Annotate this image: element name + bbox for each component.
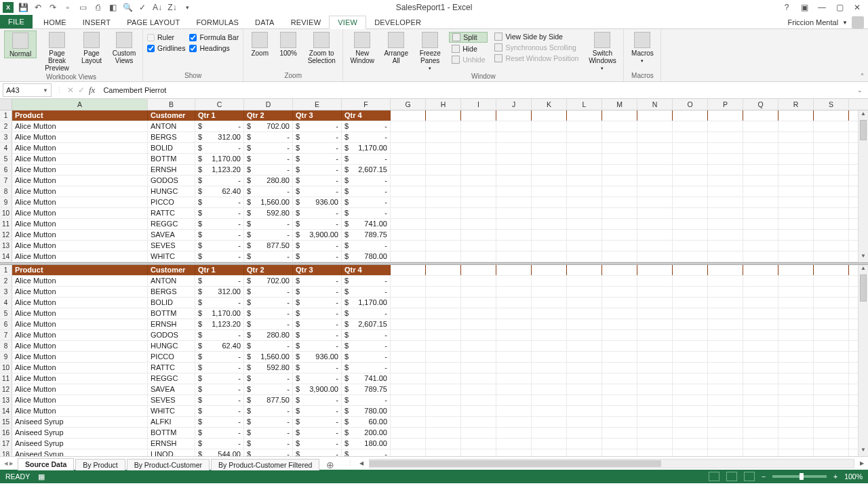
table-row[interactable]: 13Alice MuttonSEVES$-$877.50$-$- <box>0 241 868 251</box>
zoom-button[interactable]: Zoom <box>248 30 272 57</box>
open-icon[interactable]: ▭ <box>77 2 88 13</box>
zoom-100-button[interactable]: 100% <box>276 30 300 57</box>
horizontal-scrollbar[interactable] <box>369 459 854 468</box>
gridlines-checkbox[interactable]: Gridlines <box>147 44 185 52</box>
save-icon[interactable]: 💾 <box>18 2 28 13</box>
table-row[interactable]: 7Alice MuttonGODOS$-$280.80$-$- <box>0 176 868 186</box>
table-row[interactable]: 2Alice MuttonANTON$-$702.00$-$- <box>0 121 868 132</box>
table-row[interactable]: 14Alice MuttonWHITC$-$-$-$780.00 <box>0 251 868 262</box>
tab-formulas[interactable]: FORMULAS <box>188 16 247 28</box>
new-icon[interactable]: ▫ <box>62 2 73 13</box>
column-header-O[interactable]: O <box>673 99 708 110</box>
tab-data[interactable]: DATA <box>247 16 283 28</box>
row-header[interactable]: 3 <box>0 132 12 142</box>
tab-developer[interactable]: DEVELOPER <box>366 16 429 28</box>
table-row[interactable]: 2Alice MuttonANTON$-$702.00$-$- <box>0 276 868 287</box>
tab-file[interactable]: FILE <box>0 15 33 28</box>
table-row[interactable]: 15Aniseed SyrupALFKI$-$-$-$60.00 <box>0 417 868 428</box>
column-header-L[interactable]: L <box>567 99 602 110</box>
sheet-nav[interactable]: ◂▸ <box>0 459 18 468</box>
column-header-G[interactable]: G <box>391 99 426 110</box>
row-header[interactable]: 9 <box>0 197 12 207</box>
table-row[interactable]: 18Aniseed SyrupLINOD$544.00$-$-$- <box>0 449 868 456</box>
view-side-by-side-button[interactable]: View Side by Side <box>492 32 581 41</box>
row-header[interactable]: 12 <box>0 384 12 394</box>
sheet-tab-by-product-customer[interactable]: By Product-Customer <box>127 459 210 470</box>
ruler-checkbox[interactable]: Ruler <box>147 33 185 41</box>
row-header[interactable]: 13 <box>0 241 12 251</box>
table-row[interactable]: 11Alice MuttonREGGC$-$-$-$741.00 <box>0 219 868 230</box>
table-row[interactable]: 17Aniseed SyrupERNSH$-$-$-$180.00 <box>0 439 868 449</box>
sort-desc-icon[interactable]: Z↓ <box>167 2 178 13</box>
column-header-A[interactable]: A <box>12 99 148 110</box>
tab-view[interactable]: VIEW <box>329 16 366 29</box>
maximize-icon[interactable]: ▢ <box>834 3 845 12</box>
row-header[interactable]: 12 <box>0 230 12 240</box>
minimize-icon[interactable]: — <box>816 3 827 12</box>
row-header[interactable]: 4 <box>0 143 12 153</box>
help-icon[interactable]: ? <box>781 3 792 12</box>
column-header-R[interactable]: R <box>778 99 814 110</box>
collapse-ribbon-icon[interactable]: ˄ <box>861 73 864 80</box>
page-layout-button[interactable]: Page Layout <box>77 30 106 64</box>
row-header[interactable]: 14 <box>0 406 12 416</box>
zoom-slider[interactable] <box>772 475 827 478</box>
row-header[interactable]: 10 <box>0 208 12 218</box>
scroll-up-icon[interactable]: ▲ <box>859 265 868 274</box>
column-header-M[interactable]: M <box>602 99 637 110</box>
row-header[interactable]: 1 <box>0 265 12 275</box>
table-row[interactable]: 9Alice MuttonPICCO$-$1,560.00$936.00$- <box>0 352 868 363</box>
zoom-level[interactable]: 100% <box>844 472 863 481</box>
sheet-tab-source-data[interactable]: Source Data <box>18 458 74 470</box>
new-window-button[interactable]: New Window <box>347 30 377 64</box>
macro-record-icon[interactable]: ▦ <box>38 472 45 481</box>
sheet-tab-by-product-customer-filtered[interactable]: By Product-Customer Filtered <box>211 459 319 470</box>
row-header[interactable]: 18 <box>0 449 12 456</box>
table-row[interactable]: 3Alice MuttonBERGS$312.00$-$-$- <box>0 132 868 143</box>
normal-button[interactable]: Normal <box>4 30 37 58</box>
preview-icon[interactable]: 🔍 <box>122 2 133 13</box>
page-break-view-icon[interactable] <box>744 472 755 481</box>
nav-prev-icon[interactable]: ◂ <box>4 459 8 468</box>
user-account[interactable]: Friccion Mental ▼ <box>788 16 869 28</box>
column-header-D[interactable]: D <box>244 99 293 110</box>
zoom-in-icon[interactable]: + <box>833 472 837 481</box>
ribbon-options-icon[interactable]: ▣ <box>799 3 810 12</box>
column-header-F[interactable]: F <box>342 99 391 110</box>
row-header[interactable]: 8 <box>0 341 12 351</box>
table-row[interactable]: 13Alice MuttonSEVES$-$877.50$-$- <box>0 395 868 406</box>
sheet-tab-by-product[interactable]: By Product <box>75 459 125 470</box>
redo-icon[interactable]: ↷ <box>47 2 58 13</box>
table-row[interactable]: 8Alice MuttonHUNGC$62.40$-$-$- <box>0 341 868 352</box>
row-header[interactable]: 1 <box>0 110 12 121</box>
row-header[interactable]: 17 <box>0 439 12 449</box>
page-break-preview-button[interactable]: Page Break Preview <box>41 30 73 72</box>
row-header[interactable]: 9 <box>0 352 12 362</box>
tab-home[interactable]: HOME <box>35 16 75 28</box>
hscroll-left-icon[interactable]: ◀ <box>359 460 363 466</box>
row-header[interactable]: 11 <box>0 219 12 229</box>
table-row[interactable]: 4Alice MuttonBOLID$-$-$-$1,170.00 <box>0 143 868 154</box>
table-row[interactable]: 5Alice MuttonBOTTM$1,170.00$-$-$- <box>0 308 868 319</box>
row-header[interactable]: 5 <box>0 308 12 319</box>
column-header-S[interactable]: S <box>814 99 849 110</box>
row-header[interactable]: 2 <box>0 121 12 131</box>
qat-icon[interactable]: ⎙ <box>92 2 103 13</box>
row-header[interactable]: 11 <box>0 373 12 384</box>
row-header[interactable]: 10 <box>0 363 12 373</box>
name-box[interactable]: A43▼ <box>3 83 52 97</box>
nav-next-icon[interactable]: ▸ <box>9 459 14 468</box>
vertical-scrollbar-bottom[interactable]: ▲ ▼ <box>858 265 868 456</box>
row-header[interactable]: 6 <box>0 319 12 329</box>
hide-button[interactable]: Hide <box>449 44 488 54</box>
arrange-all-button[interactable]: Arrange All <box>381 30 411 64</box>
row-header[interactable]: 8 <box>0 186 12 197</box>
formula-bar-checkbox[interactable]: Formula Bar <box>189 33 239 41</box>
split-button[interactable]: Split <box>449 32 488 43</box>
table-row[interactable]: 9Alice MuttonPICCO$-$1,560.00$936.00$- <box>0 197 868 208</box>
row-header[interactable]: 4 <box>0 298 12 308</box>
column-header-N[interactable]: N <box>637 99 673 110</box>
table-row[interactable]: 3Alice MuttonBERGS$312.00$-$-$- <box>0 287 868 298</box>
tab-review[interactable]: REVIEW <box>283 16 330 28</box>
enter-icon[interactable]: ✓ <box>78 85 85 95</box>
